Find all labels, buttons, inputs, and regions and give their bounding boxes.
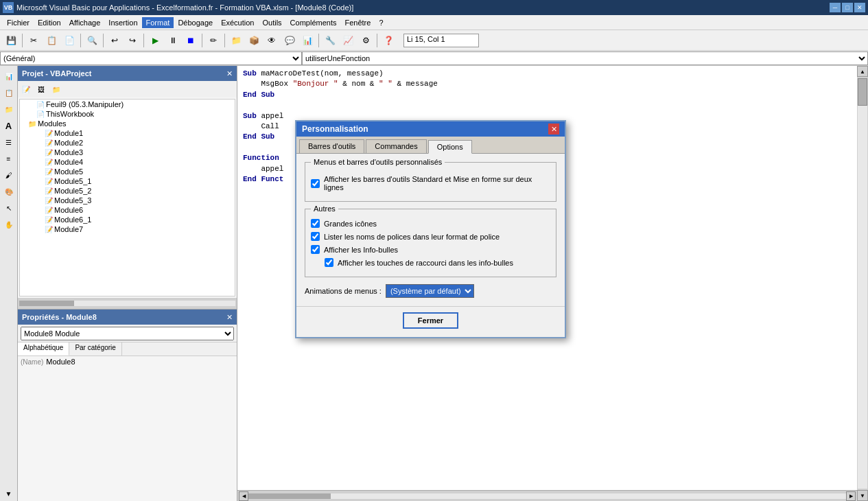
- checkbox-standard[interactable]: [311, 179, 320, 188]
- checkbox-standard-row: Afficher les barres d'outils Standard et…: [311, 175, 550, 191]
- checkbox-raccourci-label: Afficher les touches de raccourci dans l…: [338, 259, 513, 267]
- checkbox-grandes-icones-row: Grandes icônes: [311, 219, 550, 228]
- animations-select[interactable]: (Système par défaut) Aléatoire Déployer …: [386, 284, 474, 298]
- dialog-title-bar: Personnalisation ✕: [296, 121, 565, 137]
- tab-barres-outils[interactable]: Barres d'outils: [299, 139, 364, 153]
- fermer-button[interactable]: Fermer: [403, 312, 458, 329]
- dialog-tabs: Barres d'outils Commandes Options: [296, 137, 565, 154]
- autres-section-title: Autres: [311, 205, 338, 213]
- dialog-overlay: Personnalisation ✕ Barres d'outils Comma…: [0, 0, 868, 501]
- menus-section-title: Menus et barres d'outils personnalisés: [311, 158, 445, 166]
- checkbox-lister-polices-row: Lister les noms de polices dans leur for…: [311, 232, 550, 241]
- dialog-close-button[interactable]: ✕: [548, 124, 559, 135]
- checkbox-info-bulles-row: Afficher les Info-bulles: [311, 245, 550, 254]
- autres-section: Autres Grandes icônes Lister les noms de…: [305, 209, 556, 277]
- personnalisation-dialog: Personnalisation ✕ Barres d'outils Comma…: [295, 120, 566, 338]
- checkbox-standard-label: Afficher les barres d'outils Standard et…: [324, 175, 550, 191]
- menus-section: Menus et barres d'outils personnalisés A…: [305, 162, 556, 202]
- checkbox-grandes-icones[interactable]: [311, 219, 320, 228]
- dialog-title: Personnalisation: [302, 124, 368, 134]
- checkbox-info-bulles-label: Afficher les Info-bulles: [324, 246, 398, 254]
- dialog-content: Menus et barres d'outils personnalisés A…: [296, 154, 565, 306]
- dialog-footer: Fermer: [296, 306, 565, 337]
- animations-row: Animations de menus : (Système par défau…: [305, 284, 556, 298]
- checkbox-grandes-icones-label: Grandes icônes: [324, 220, 377, 228]
- checkbox-raccourci[interactable]: [325, 258, 333, 267]
- tab-options[interactable]: Options: [428, 140, 472, 154]
- animations-label: Animations de menus :: [305, 287, 382, 295]
- checkbox-lister-polices-label: Lister les noms de polices dans leur for…: [324, 233, 500, 241]
- tab-commandes[interactable]: Commandes: [366, 139, 426, 153]
- checkbox-raccourci-row: Afficher les touches de raccourci dans l…: [325, 258, 550, 267]
- menus-spacer: [311, 170, 550, 175]
- checkbox-lister-polices[interactable]: [311, 232, 320, 241]
- checkbox-info-bulles[interactable]: [311, 245, 320, 254]
